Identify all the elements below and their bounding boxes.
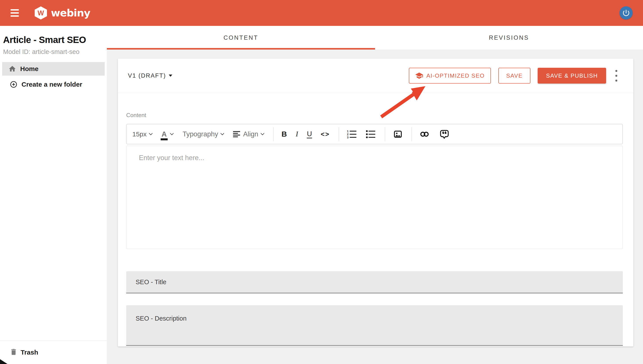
seo-description-input[interactable]: SEO - Description: [126, 305, 623, 346]
hamburger-menu-icon[interactable]: [11, 9, 19, 17]
toolbar-separator: [385, 127, 385, 141]
block-quote-button[interactable]: [440, 129, 449, 139]
user-avatar[interactable]: [619, 6, 633, 20]
code-button[interactable]: <>: [321, 130, 330, 138]
sidebar-item-label: Home: [20, 65, 38, 72]
save-button[interactable]: SAVE: [498, 68, 531, 84]
page-title: Article - Smart SEO: [3, 35, 86, 45]
chevron-down-icon: [170, 133, 174, 135]
bold-button[interactable]: B: [281, 130, 287, 138]
toolbar-separator: [412, 127, 412, 141]
sidebar-item-home[interactable]: Home: [2, 62, 105, 76]
align-icon: [233, 131, 241, 138]
underline-button[interactable]: U: [307, 130, 312, 138]
entry-card-header: V1 (DRAFT) AI-OPTIMIZED SEO SAVE SAVE & …: [118, 58, 633, 93]
rich-text-editor-area[interactable]: Enter your text here...: [126, 146, 623, 249]
sidebar-item-label: Create a new folder: [22, 81, 82, 88]
webiny-hexagon-icon: W: [35, 6, 47, 20]
webiny-wordmark: webiny: [51, 7, 90, 19]
toolbar-separator: [273, 127, 274, 141]
plus-circle-icon: [9, 81, 18, 88]
trash-label: Trash: [21, 349, 38, 356]
svg-text:W: W: [38, 9, 44, 17]
numbered-list-button[interactable]: 1 2 3: [347, 130, 357, 138]
typography-label: Typography: [183, 130, 218, 138]
home-icon: [8, 65, 17, 73]
ai-optimized-seo-button[interactable]: AI-OPTIMIZED SEO: [409, 68, 491, 84]
model-id-label: Model ID: article-smart-seo: [3, 48, 80, 56]
bulleted-list-icon: [366, 130, 376, 138]
sidebar-item-trash[interactable]: Trash: [0, 340, 107, 364]
content-field-label: Content: [126, 112, 146, 119]
save-and-publish-button[interactable]: SAVE & PUBLISH: [538, 68, 606, 84]
quote-icon: [440, 129, 449, 139]
power-icon: [622, 9, 630, 17]
insert-image-button[interactable]: [393, 130, 403, 138]
font-size-value: 15px: [132, 130, 147, 138]
entry-card: V1 (DRAFT) AI-OPTIMIZED SEO SAVE SAVE & …: [118, 58, 633, 346]
webiny-logo[interactable]: W webiny: [35, 6, 90, 20]
trash-icon: [10, 348, 18, 357]
version-label: V1 (DRAFT): [128, 72, 166, 79]
app-bar: W webiny: [0, 0, 643, 26]
chevron-down-icon: [149, 133, 153, 135]
school-icon: [415, 72, 423, 80]
tab-bar: CONTENT REVISIONS: [107, 26, 643, 50]
svg-text:2: 2: [347, 133, 349, 136]
bulleted-list-button[interactable]: [366, 130, 376, 138]
align-dropdown[interactable]: Align: [233, 130, 264, 138]
version-dropdown[interactable]: V1 (DRAFT): [128, 72, 172, 79]
tab-content[interactable]: CONTENT: [107, 26, 375, 50]
editor-placeholder: Enter your text here...: [139, 154, 204, 162]
seo-title-label: SEO - Title: [136, 278, 166, 286]
font-size-dropdown[interactable]: 15px: [132, 130, 153, 138]
svg-text:1: 1: [347, 130, 349, 133]
rich-text-toolbar: 15px A Typography Align B I U <>: [126, 124, 623, 144]
font-color-glyph: A: [162, 130, 167, 138]
italic-button[interactable]: I: [295, 130, 298, 138]
seo-title-input[interactable]: SEO - Title: [126, 271, 623, 294]
font-color-dropdown[interactable]: A: [162, 130, 174, 138]
chevron-down-icon: [169, 74, 172, 77]
align-label: Align: [243, 130, 258, 138]
svg-text:3: 3: [347, 136, 349, 138]
link-icon: [420, 131, 431, 137]
mouse-cursor: [0, 359, 9, 364]
chevron-down-icon: [220, 133, 224, 135]
typography-dropdown[interactable]: Typography: [183, 130, 224, 138]
ai-optimized-seo-label: AI-OPTIMIZED SEO: [426, 72, 485, 79]
toolbar-separator: [339, 127, 339, 141]
chevron-down-icon: [260, 133, 264, 135]
image-icon: [393, 130, 403, 138]
sidebar: Article - Smart SEO Model ID: article-sm…: [0, 26, 107, 364]
sidebar-item-create-folder[interactable]: Create a new folder: [2, 78, 105, 91]
tab-revisions[interactable]: REVISIONS: [375, 26, 643, 50]
insert-link-button[interactable]: [420, 131, 431, 137]
more-options-kebab-icon[interactable]: [611, 68, 621, 84]
numbered-list-icon: 1 2 3: [347, 130, 357, 138]
seo-description-label: SEO - Description: [136, 315, 623, 322]
